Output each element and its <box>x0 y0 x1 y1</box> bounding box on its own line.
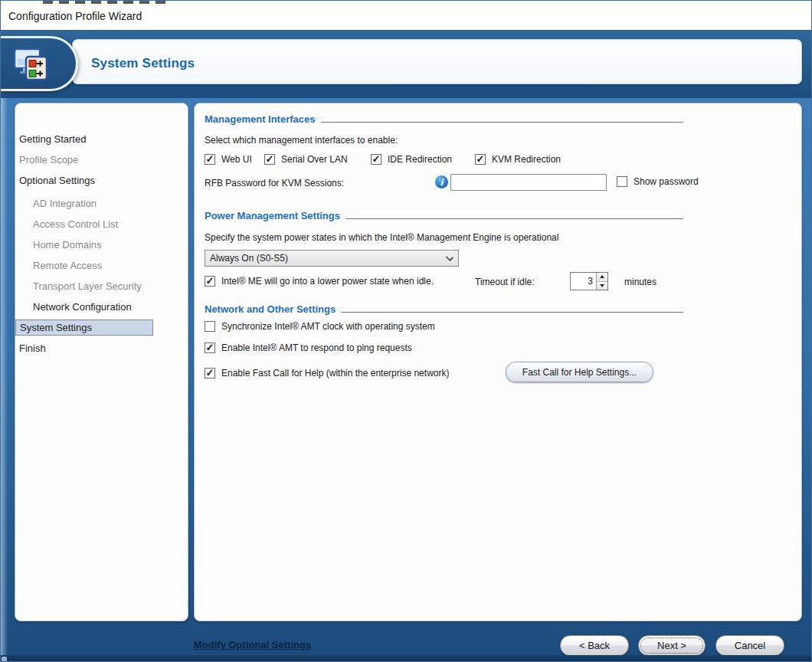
rfb-password-label: RFB Password for KVM Sessions: <box>205 178 344 188</box>
sidebar-item-access-control-list[interactable]: Access Control List <box>15 214 188 234</box>
title-bar: Configuration Profile Wizard <box>1 4 811 30</box>
header-band: System Settings <box>1 30 811 98</box>
idle-power-checkbox[interactable]: ✓ <box>205 276 215 287</box>
resize-grip <box>2 657 7 662</box>
serial-over-lan-label: Serial Over LAN <box>281 154 348 165</box>
configuration-profile-wizard-window: Configuration Profile Wizard System Sett… <box>0 0 812 662</box>
sidebar-item-remote-access[interactable]: Remote Access <box>15 255 188 276</box>
ide-redirection-checkbox[interactable]: ✓ <box>371 154 381 165</box>
sidebar-item-home-domains[interactable]: Home Domains <box>15 234 188 255</box>
settings-content-panel: Management Interfaces Select which manag… <box>194 103 802 621</box>
web-ui-label: Web UI <box>221 154 252 165</box>
left-edge-glow <box>1 98 8 662</box>
header-icon-tab <box>1 36 78 91</box>
next-button[interactable]: Next > <box>638 635 706 656</box>
idle-timeout-row: ✓ Intel® ME will go into a lower power s… <box>205 272 683 292</box>
ide-redirection-label: IDE Redirection <box>388 154 452 165</box>
minutes-label: minutes <box>624 277 656 287</box>
sidebar-item-getting-started[interactable]: Getting Started <box>15 129 188 149</box>
kvm-redirection-checkbox[interactable]: ✓ <box>475 154 486 165</box>
sidebar-item-system-settings[interactable]: System Settings <box>15 320 153 336</box>
power-states-instruction: Specify the system power states in which… <box>205 232 683 243</box>
section-rule <box>321 122 684 123</box>
sync-clock-label: Synchronize Intel® AMT clock with operat… <box>221 321 435 332</box>
fast-call-row: ✓ Enable Fast Call for Help (within the … <box>205 362 683 384</box>
window-title: Configuration Profile Wizard <box>8 10 142 22</box>
sync-clock-option[interactable]: Synchronize Intel® AMT clock with operat… <box>205 321 683 332</box>
kvm-redirection-label: KVM Redirection <box>492 154 561 165</box>
ping-respond-label: Enable Intel® AMT to respond to ping req… <box>221 342 412 353</box>
sidebar-item-transport-layer-security[interactable]: Transport Layer Security <box>15 276 188 297</box>
network-other-section-header: Network and Other Settings <box>205 303 683 315</box>
management-interfaces-section-header: Management Interfaces <box>205 113 683 125</box>
info-icon[interactable]: i <box>435 175 448 188</box>
fast-call-settings-button[interactable]: Fast Call for Help Settings... <box>506 362 653 382</box>
back-button[interactable]: < Back <box>560 635 629 656</box>
fast-call-label: Enable Fast Call for Help (within the en… <box>221 368 449 379</box>
fast-call-option[interactable]: ✓ Enable Fast Call for Help (within the … <box>205 368 449 379</box>
sidebar-item-finish[interactable]: Finish <box>15 338 188 359</box>
serial-over-lan-option[interactable]: ✓ Serial Over LAN <box>264 154 348 165</box>
window-bottom-edge <box>1 655 811 662</box>
show-password-option[interactable]: Show password <box>617 176 699 187</box>
timeout-spinner[interactable]: 3 <box>570 272 608 290</box>
sidebar-item-optional-settings[interactable]: Optional Settings <box>15 170 188 191</box>
sidebar-item-profile-scope[interactable]: Profile Scope <box>15 149 188 170</box>
system-settings-monitor-icon <box>13 46 50 83</box>
section-rule <box>341 312 683 313</box>
interface-checkbox-row: ✓ Web UI ✓ Serial Over LAN ✓ IDE Redirec… <box>205 154 683 168</box>
timeout-if-idle-label: Timeout if idle: <box>475 277 535 287</box>
rfb-password-row: RFB Password for KVM Sessions: i Show pa… <box>205 174 683 194</box>
web-ui-option[interactable]: ✓ Web UI <box>205 154 252 165</box>
fast-call-checkbox[interactable]: ✓ <box>205 368 215 379</box>
ping-respond-option[interactable]: ✓ Enable Intel® AMT to respond to ping r… <box>205 342 683 353</box>
section-rule <box>345 218 683 219</box>
show-password-checkbox[interactable] <box>617 176 627 187</box>
sidebar-item-network-configuration[interactable]: Network Configuration <box>15 297 188 317</box>
timeout-value[interactable]: 3 <box>571 273 596 290</box>
ping-respond-checkbox[interactable]: ✓ <box>205 342 215 353</box>
sidebar-item-ad-integration[interactable]: AD Integration <box>15 193 188 214</box>
sync-clock-checkbox[interactable] <box>205 321 215 332</box>
power-management-section-header: Power Management Settings <box>205 210 683 221</box>
wizard-body: Getting Started Profile Scope Optional S… <box>1 98 811 662</box>
section-heading: Power Management Settings <box>205 210 340 221</box>
chevron-down-icon <box>441 257 458 261</box>
ide-redirection-option[interactable]: ✓ IDE Redirection <box>371 154 452 165</box>
kvm-redirection-option[interactable]: ✓ KVM Redirection <box>475 154 561 165</box>
page-title: System Settings <box>91 56 195 71</box>
cancel-button[interactable]: Cancel <box>715 635 784 656</box>
spinner-down-button[interactable] <box>597 281 607 290</box>
spinner-up-button[interactable] <box>597 273 607 281</box>
web-ui-checkbox[interactable]: ✓ <box>205 154 215 165</box>
idle-power-label: Intel® ME will go into a lower power sta… <box>221 276 434 287</box>
modify-optional-settings-link[interactable]: Modify Optional Settings <box>194 639 311 651</box>
power-state-dropdown[interactable]: Always On (S0-S5) <box>205 250 459 267</box>
power-state-selected-value: Always On (S0-S5) <box>210 253 288 264</box>
serial-over-lan-checkbox[interactable]: ✓ <box>264 154 275 165</box>
section-heading: Management Interfaces <box>205 113 316 125</box>
show-password-label: Show password <box>634 176 699 187</box>
management-interfaces-instruction: Select which management interfaces to en… <box>205 135 683 146</box>
section-heading: Network and Other Settings <box>205 303 336 315</box>
idle-power-option[interactable]: ✓ Intel® ME will go into a lower power s… <box>205 276 434 287</box>
wizard-nav-sidebar: Getting Started Profile Scope Optional S… <box>15 103 188 621</box>
rfb-password-input[interactable] <box>450 174 607 191</box>
